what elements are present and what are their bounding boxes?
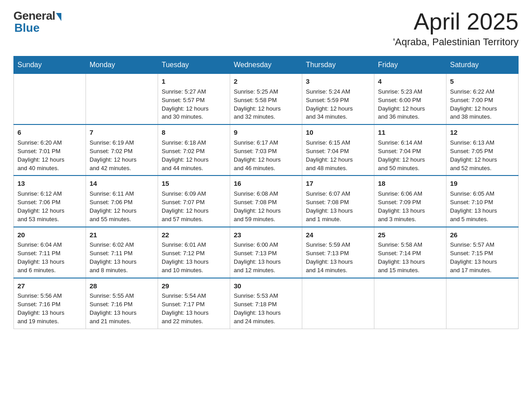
calendar-header-wednesday: Wednesday (230, 56, 302, 74)
calendar-cell: 2Sunrise: 5:25 AMSunset: 5:58 PMDaylight… (230, 74, 302, 125)
day-info: and 3 minutes. (378, 215, 442, 224)
day-info: Daylight: 13 hours (306, 258, 370, 266)
calendar-week-row: 20Sunrise: 6:04 AMSunset: 7:11 PMDayligh… (14, 227, 519, 278)
calendar-cell: 30Sunrise: 5:53 AMSunset: 7:18 PMDayligh… (230, 278, 302, 329)
calendar-cell: 4Sunrise: 5:23 AMSunset: 6:00 PMDaylight… (374, 74, 446, 125)
day-info: Sunset: 7:04 PM (306, 147, 370, 156)
day-info: Sunset: 7:01 PM (17, 147, 82, 156)
day-info: and 5 minutes. (450, 215, 515, 224)
day-info: and 53 minutes. (17, 215, 82, 224)
day-info: Daylight: 13 hours (162, 309, 226, 317)
day-info: Sunrise: 6:17 AM (234, 139, 298, 147)
day-info: Daylight: 12 hours (17, 207, 82, 215)
day-number: 5 (450, 77, 515, 86)
calendar-header-thursday: Thursday (302, 56, 374, 74)
calendar-cell (86, 74, 158, 125)
calendar-cell: 1Sunrise: 5:27 AMSunset: 5:57 PMDaylight… (158, 74, 230, 125)
day-info: and 22 minutes. (162, 317, 226, 326)
calendar-cell: 29Sunrise: 5:54 AMSunset: 7:17 PMDayligh… (158, 278, 230, 329)
day-info: Sunrise: 6:20 AM (17, 139, 82, 147)
calendar-header-row: SundayMondayTuesdayWednesdayThursdayFrid… (14, 56, 519, 74)
day-info: Sunset: 7:12 PM (162, 249, 226, 258)
day-info: Sunrise: 5:56 AM (17, 292, 82, 300)
day-info: Sunrise: 5:58 AM (378, 241, 442, 249)
day-info: Daylight: 12 hours (378, 156, 442, 164)
day-info: Daylight: 12 hours (450, 156, 515, 164)
day-info: and 48 minutes. (306, 164, 370, 173)
day-number: 24 (306, 230, 370, 240)
month-title: April 2025 (393, 9, 519, 34)
day-info: Sunset: 7:16 PM (17, 300, 82, 309)
day-info: and 32 minutes. (234, 113, 298, 121)
day-number: 30 (234, 281, 298, 291)
day-info: Daylight: 12 hours (162, 105, 226, 113)
day-number: 3 (306, 77, 370, 86)
day-info: Daylight: 12 hours (90, 207, 154, 215)
day-info: and 12 minutes. (234, 266, 298, 275)
calendar-cell: 16Sunrise: 6:08 AMSunset: 7:08 PMDayligh… (230, 176, 302, 227)
day-number: 26 (450, 230, 515, 240)
day-info: Sunset: 7:10 PM (450, 198, 515, 207)
location-title: 'Aqraba, Palestinian Territory (393, 36, 519, 48)
day-info: Sunrise: 6:09 AM (162, 190, 226, 198)
day-info: Daylight: 13 hours (450, 258, 515, 266)
day-info: Sunset: 5:59 PM (306, 96, 370, 105)
day-number: 18 (378, 179, 442, 188)
day-info: Daylight: 12 hours (234, 105, 298, 113)
calendar-table: SundayMondayTuesdayWednesdayThursdayFrid… (13, 56, 519, 329)
day-info: and 24 minutes. (234, 317, 298, 326)
day-info: and 40 minutes. (17, 164, 82, 173)
day-info: Sunrise: 6:04 AM (17, 241, 82, 249)
day-info: Sunrise: 5:59 AM (306, 241, 370, 249)
day-info: Sunrise: 6:12 AM (17, 190, 82, 198)
day-info: Daylight: 12 hours (234, 207, 298, 215)
day-info: and 1 minute. (306, 215, 370, 224)
day-number: 9 (234, 128, 298, 137)
day-info: Sunrise: 5:27 AM (162, 88, 226, 96)
day-number: 12 (450, 128, 515, 137)
day-info: Sunrise: 6:19 AM (90, 139, 154, 147)
day-info: Sunset: 7:07 PM (162, 198, 226, 207)
calendar-header-tuesday: Tuesday (158, 56, 230, 74)
calendar-cell: 21Sunrise: 6:02 AMSunset: 7:11 PMDayligh… (86, 227, 158, 278)
day-info: Daylight: 13 hours (378, 207, 442, 215)
day-info: and 34 minutes. (306, 113, 370, 121)
day-info: Sunrise: 6:07 AM (306, 190, 370, 198)
day-info: Daylight: 13 hours (90, 309, 154, 317)
calendar-cell: 24Sunrise: 5:59 AMSunset: 7:13 PMDayligh… (302, 227, 374, 278)
calendar-cell: 19Sunrise: 6:05 AMSunset: 7:10 PMDayligh… (446, 176, 519, 227)
day-number: 22 (162, 230, 226, 240)
day-info: Sunset: 7:09 PM (378, 198, 442, 207)
calendar-cell (446, 278, 519, 329)
day-info: Daylight: 12 hours (17, 156, 82, 164)
day-info: Sunrise: 5:57 AM (450, 241, 515, 249)
day-info: Sunrise: 5:53 AM (234, 292, 298, 300)
calendar-cell: 15Sunrise: 6:09 AMSunset: 7:07 PMDayligh… (158, 176, 230, 227)
day-info: and 57 minutes. (162, 215, 226, 224)
title-section: April 2025 'Aqraba, Palestinian Territor… (393, 9, 519, 48)
day-info: and 10 minutes. (162, 266, 226, 275)
day-info: Sunrise: 6:22 AM (450, 88, 515, 96)
day-number: 14 (90, 179, 154, 188)
day-info: Sunset: 7:05 PM (450, 147, 515, 156)
calendar-week-row: 1Sunrise: 5:27 AMSunset: 5:57 PMDaylight… (14, 74, 519, 125)
day-number: 6 (17, 128, 82, 137)
day-number: 11 (378, 128, 442, 137)
day-info: and 21 minutes. (90, 317, 154, 326)
day-info: Daylight: 12 hours (450, 105, 515, 113)
day-info: Daylight: 13 hours (162, 258, 226, 266)
day-number: 15 (162, 179, 226, 188)
day-number: 28 (90, 281, 154, 291)
day-number: 4 (378, 77, 442, 86)
day-info: Sunrise: 6:14 AM (378, 139, 442, 147)
day-number: 2 (234, 77, 298, 86)
day-info: Sunset: 7:08 PM (234, 198, 298, 207)
day-info: and 50 minutes. (378, 164, 442, 173)
day-info: and 59 minutes. (234, 215, 298, 224)
day-info: Sunrise: 5:25 AM (234, 88, 298, 96)
calendar-cell: 22Sunrise: 6:01 AMSunset: 7:12 PMDayligh… (158, 227, 230, 278)
day-info: Sunset: 7:16 PM (90, 300, 154, 309)
day-info: and 15 minutes. (378, 266, 442, 275)
calendar-cell: 18Sunrise: 6:06 AMSunset: 7:09 PMDayligh… (374, 176, 446, 227)
day-info: Sunrise: 6:02 AM (90, 241, 154, 249)
